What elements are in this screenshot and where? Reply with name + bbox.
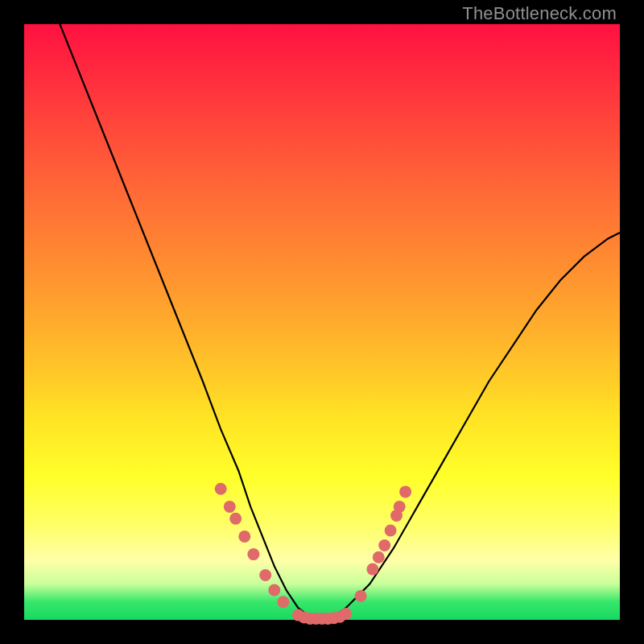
curve-marker bbox=[259, 569, 271, 581]
curve-marker bbox=[394, 501, 406, 513]
curve-marker bbox=[378, 539, 390, 551]
plot-area bbox=[24, 24, 620, 620]
curve-marker bbox=[247, 548, 259, 560]
curve-marker bbox=[355, 590, 367, 602]
curve-markers bbox=[215, 483, 411, 625]
curve-marker bbox=[229, 513, 242, 525]
curve-marker bbox=[385, 525, 397, 537]
curve-marker bbox=[277, 596, 289, 608]
curve-svg bbox=[24, 24, 620, 620]
curve-marker bbox=[340, 608, 352, 620]
curve-marker bbox=[224, 501, 236, 513]
curve-marker bbox=[399, 485, 411, 497]
curve-marker bbox=[215, 483, 227, 495]
curve-marker bbox=[268, 584, 280, 597]
curve-marker bbox=[238, 530, 250, 543]
bottleneck-curve bbox=[60, 24, 620, 620]
watermark-text: TheBottleneck.com bbox=[462, 3, 617, 24]
chart-frame: TheBottleneck.com bbox=[0, 0, 644, 644]
curve-marker bbox=[373, 551, 385, 564]
curve-marker bbox=[366, 564, 378, 576]
